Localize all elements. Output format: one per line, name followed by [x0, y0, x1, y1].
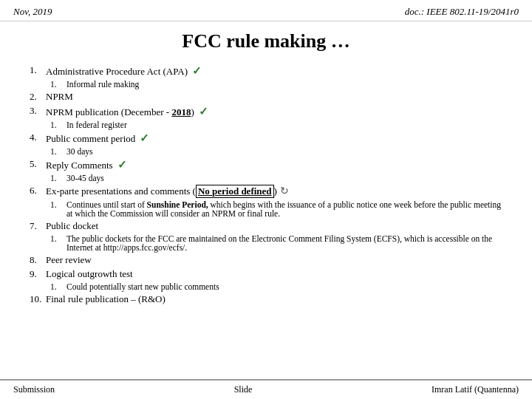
- footer-bar: Submission Slide Imran Latif (Quantenna): [0, 379, 532, 399]
- item-num-5: 5.: [30, 158, 46, 170]
- main-item-7: 7.Public docket: [30, 220, 502, 232]
- main-item-8: 8.Peer review: [30, 254, 502, 266]
- item-text-9: Logical outgrowth test: [46, 268, 502, 280]
- item-num-7: 7.: [30, 220, 46, 232]
- year-span: 2018: [171, 106, 191, 117]
- main-item-5: 5.Reply Comments✓: [30, 158, 502, 171]
- item-num-8: 8.: [30, 254, 46, 266]
- sub-num: 1.: [50, 282, 66, 291]
- content-area: 1.Administrative Procedure Act (APA)✓1.I…: [0, 60, 532, 379]
- sub-text: 30 days: [66, 147, 502, 156]
- sub-item-1-1: 1.Informal rule making: [50, 80, 502, 89]
- sub-item-5-1: 1.30-45 days: [50, 174, 502, 183]
- item-num-4: 4.: [30, 132, 46, 143]
- item-num-3: 3.: [30, 105, 46, 117]
- item-text-2: NPRM: [46, 91, 502, 103]
- item-text-3: NPRM publication (December - 2018)✓: [46, 105, 502, 118]
- sub-num: 1.: [50, 174, 66, 183]
- item-text-5: Reply Comments✓: [46, 158, 502, 171]
- checkmark-icon-1: ✓: [192, 65, 202, 77]
- sub-item-7-1: 1.The public dockets for the FCC are mai…: [50, 234, 502, 252]
- footer-center: Slide: [234, 384, 253, 395]
- item-text-7: Public docket: [46, 220, 502, 232]
- item-text-8: Peer review: [46, 254, 502, 266]
- main-item-4: 4.Public comment period✓: [30, 132, 502, 145]
- main-item-6: 6.Ex-parte presentations and comments (N…: [30, 185, 502, 198]
- slide-title: FCC rule making …: [0, 21, 532, 60]
- item-num-6: 6.: [30, 185, 46, 197]
- slide: Nov, 2019 doc.: IEEE 802.11-19/2041r0 FC…: [0, 0, 532, 399]
- sub-text: In federal register: [66, 120, 502, 129]
- sub-num: 1.: [50, 234, 66, 243]
- item-num-9: 9.: [30, 268, 46, 280]
- sub-text: Informal rule making: [66, 80, 502, 89]
- item-num-10: 10.: [30, 293, 46, 305]
- checkmark-icon-3: ✓: [199, 106, 208, 117]
- item-text-6: Ex-parte presentations and comments (No …: [46, 185, 502, 198]
- sub-num: 1.: [50, 200, 66, 209]
- item-num-1: 1.: [30, 64, 46, 76]
- footer-left: Submission: [13, 384, 55, 395]
- sub-text: 30-45 days: [66, 174, 502, 183]
- sub-num: 1.: [50, 80, 66, 89]
- sub-text: Continues until start of Sunshine Period…: [66, 200, 502, 218]
- item-text-4: Public comment period✓: [46, 132, 502, 145]
- checkmark-icon-4: ✓: [140, 132, 149, 144]
- main-item-2: 2.NPRM: [30, 91, 502, 103]
- header-left: Nov, 2019: [13, 6, 52, 18]
- item-text-10: Final rule publication – (R&O): [46, 293, 502, 305]
- no-period-label: No period defined: [196, 185, 274, 198]
- bold-span: Sunshine Period,: [147, 200, 208, 209]
- sub-item-4-1: 1.30 days: [50, 147, 502, 156]
- sub-item-6-1: 1.Continues until start of Sunshine Peri…: [50, 200, 502, 218]
- item-num-2: 2.: [30, 91, 46, 103]
- footer-right: Imran Latif (Quantenna): [432, 384, 519, 395]
- main-item-3: 3.NPRM publication (December - 2018)✓: [30, 105, 502, 118]
- item-text-1: Administrative Procedure Act (APA)✓: [46, 64, 502, 78]
- sub-item-3-1: 1.In federal register: [50, 120, 502, 129]
- sub-item-9-1: 1.Could potentially start new public com…: [50, 282, 502, 291]
- sub-text: The public dockets for the FCC are maint…: [66, 234, 502, 252]
- main-item-10: 10.Final rule publication – (R&O): [30, 293, 502, 305]
- header-bar: Nov, 2019 doc.: IEEE 802.11-19/2041r0: [0, 0, 532, 21]
- main-item-1: 1.Administrative Procedure Act (APA)✓: [30, 64, 502, 78]
- header-right: doc.: IEEE 802.11-19/2041r0: [405, 6, 519, 18]
- sub-num: 1.: [50, 120, 66, 129]
- checkmark-icon-5: ✓: [117, 159, 127, 171]
- main-item-9: 9.Logical outgrowth test: [30, 268, 502, 280]
- sub-num: 1.: [50, 147, 66, 156]
- rotate-icon: ↻: [280, 185, 289, 197]
- sub-text: Could potentially start new public comme…: [66, 282, 502, 291]
